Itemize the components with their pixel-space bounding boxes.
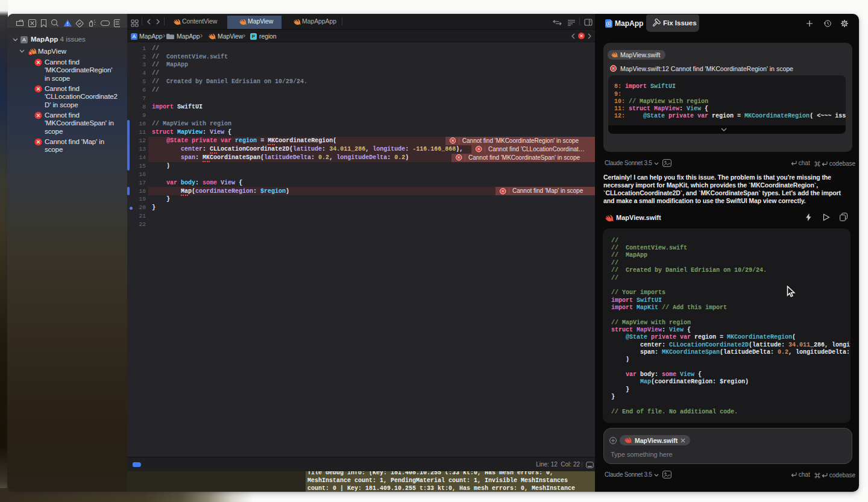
- svg-text:P: P: [252, 34, 256, 39]
